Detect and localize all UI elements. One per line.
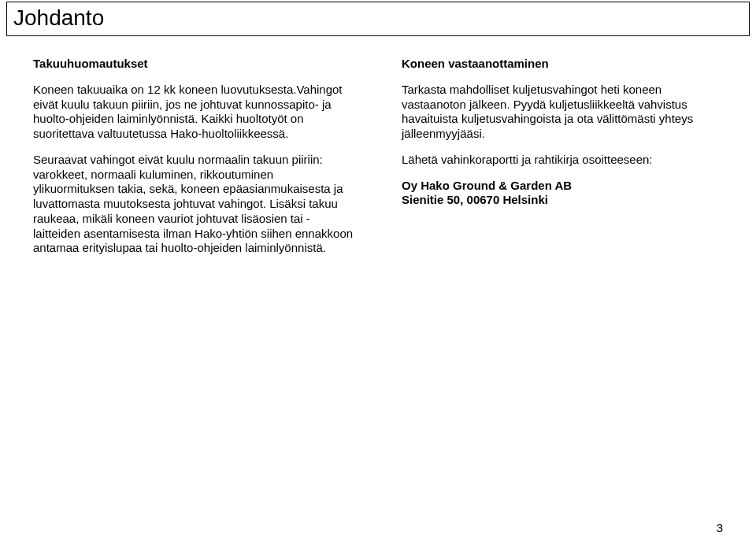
- document-page: Johdanto Takuuhuomautukset Koneen takuua…: [0, 0, 756, 547]
- page-title-text: Johdanto: [13, 6, 104, 30]
- address-line-1: Oy Hako Ground & Garden AB: [402, 179, 723, 194]
- page-number: 3: [717, 521, 723, 534]
- right-heading: Koneen vastaanottaminen: [402, 57, 723, 72]
- left-heading: Takuuhuomautukset: [33, 57, 354, 72]
- right-paragraph-2: Lähetä vahinkoraportti ja rahtikirja oso…: [402, 153, 723, 168]
- right-column: Koneen vastaanottaminen Tarkasta mahdoll…: [402, 57, 723, 267]
- address-line-2: Sienitie 50, 00670 Helsinki: [402, 193, 723, 208]
- left-paragraph-2: Seuraavat vahingot eivät kuulu normaalin…: [33, 153, 354, 256]
- right-paragraph-1: Tarkasta mahdolliset kuljetusvahingot he…: [402, 83, 723, 142]
- left-paragraph-1: Koneen takuuaika on 12 kk koneen luovutu…: [33, 83, 354, 142]
- left-column: Takuuhuomautukset Koneen takuuaika on 12…: [33, 57, 354, 267]
- page-title: Johdanto: [6, 2, 750, 36]
- content-columns: Takuuhuomautukset Koneen takuuaika on 12…: [33, 57, 723, 267]
